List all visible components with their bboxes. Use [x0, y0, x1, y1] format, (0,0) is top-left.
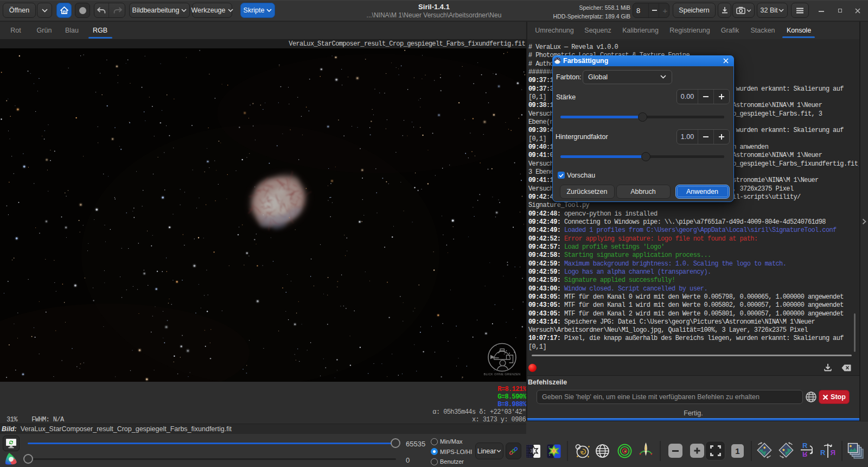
- svg-text:BLICK OHNE GRENZEN: BLICK OHNE GRENZEN: [483, 373, 520, 376]
- svg-text:R: R: [802, 450, 808, 458]
- svg-text:R: R: [802, 441, 808, 450]
- svg-text:R: R: [830, 449, 835, 457]
- svg-text:R: R: [820, 449, 826, 457]
